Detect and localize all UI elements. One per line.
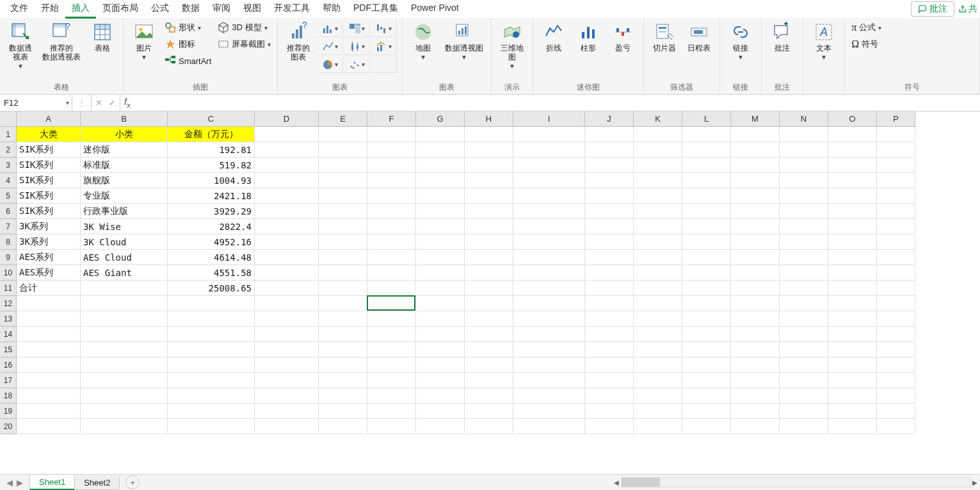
cell-M10[interactable]: [731, 265, 780, 281]
cell-E6[interactable]: [319, 204, 367, 219]
cell-M12[interactable]: [731, 296, 780, 311]
cell-J2[interactable]: [585, 142, 634, 158]
cell-L9[interactable]: [682, 250, 731, 265]
cell-A9[interactable]: AES系列: [17, 250, 81, 265]
cell-G9[interactable]: [416, 250, 465, 265]
cell-H17[interactable]: [465, 373, 513, 388]
cell-H13[interactable]: [465, 311, 513, 327]
sheet-tab-Sheet1[interactable]: Sheet1: [29, 475, 75, 490]
cell-B3[interactable]: 标准版: [81, 158, 168, 173]
cell-D6[interactable]: [255, 204, 319, 219]
cell-G6[interactable]: [416, 204, 465, 219]
cell-N10[interactable]: [780, 265, 828, 281]
cell-E7[interactable]: [319, 219, 367, 234]
cell-F2[interactable]: [367, 142, 416, 158]
cell-J5[interactable]: [585, 188, 634, 204]
cell-B16[interactable]: [81, 357, 168, 373]
cell-N11[interactable]: [780, 281, 828, 296]
cell-L13[interactable]: [682, 311, 731, 327]
cell-A5[interactable]: SIK系列: [17, 188, 81, 204]
cell-C18[interactable]: [168, 388, 255, 404]
cell-H3[interactable]: [465, 158, 513, 173]
cell-M2[interactable]: [731, 142, 780, 158]
cell-A11[interactable]: 合计: [17, 281, 81, 296]
cell-D5[interactable]: [255, 188, 319, 204]
column-header-K[interactable]: K: [634, 111, 682, 127]
cell-E8[interactable]: [319, 234, 367, 250]
cell-P7[interactable]: [877, 219, 915, 234]
cell-I12[interactable]: [513, 296, 585, 311]
cell-B1[interactable]: 小类: [81, 127, 168, 142]
cell-C15[interactable]: [168, 342, 255, 357]
cell-L20[interactable]: [682, 419, 731, 434]
row-header-18[interactable]: 18: [0, 388, 17, 404]
menu-tab-数据[interactable]: 数据: [175, 0, 206, 19]
cell-F19[interactable]: [367, 404, 416, 419]
pivot-table-button[interactable]: 数据透 视表 ▾: [5, 20, 36, 72]
cell-C10[interactable]: 4551.58: [168, 265, 255, 281]
cell-O7[interactable]: [828, 219, 877, 234]
cell-N5[interactable]: [780, 188, 828, 204]
cell-A3[interactable]: SIK系列: [17, 158, 81, 173]
row-header-2[interactable]: 2: [0, 142, 17, 158]
cell-I4[interactable]: [513, 173, 585, 188]
cell-A13[interactable]: [17, 311, 81, 327]
cell-F1[interactable]: [367, 127, 416, 142]
cell-P20[interactable]: [877, 419, 915, 434]
cell-O18[interactable]: [828, 388, 877, 404]
row-header-15[interactable]: 15: [0, 342, 17, 357]
menu-tab-页面布局[interactable]: 页面布局: [96, 0, 145, 19]
cell-D16[interactable]: [255, 357, 319, 373]
cell-A20[interactable]: [17, 419, 81, 434]
sheet-nav-prev[interactable]: ◀: [6, 478, 13, 487]
cell-D3[interactable]: [255, 158, 319, 173]
cell-H6[interactable]: [465, 204, 513, 219]
cell-K5[interactable]: [634, 188, 682, 204]
row-header-14[interactable]: 14: [0, 327, 17, 342]
cell-O12[interactable]: [828, 296, 877, 311]
cell-D7[interactable]: [255, 219, 319, 234]
cell-N20[interactable]: [780, 419, 828, 434]
cell-N8[interactable]: [780, 234, 828, 250]
column-header-M[interactable]: M: [731, 111, 780, 127]
cell-B19[interactable]: [81, 404, 168, 419]
enter-formula-button[interactable]: ✓: [109, 98, 116, 108]
cell-J19[interactable]: [585, 404, 634, 419]
cell-N18[interactable]: [780, 388, 828, 404]
cell-J18[interactable]: [585, 388, 634, 404]
cell-A10[interactable]: AES系列: [17, 265, 81, 281]
cell-M6[interactable]: [731, 204, 780, 219]
cell-D12[interactable]: [255, 296, 319, 311]
cell-O17[interactable]: [828, 373, 877, 388]
column-header-I[interactable]: I: [513, 111, 585, 127]
cell-M1[interactable]: [731, 127, 780, 142]
cell-I17[interactable]: [513, 373, 585, 388]
cell-P16[interactable]: [877, 357, 915, 373]
row-header-13[interactable]: 13: [0, 311, 17, 327]
3d-map-button[interactable]: 三维地 图 ▾: [497, 20, 527, 72]
cell-G2[interactable]: [416, 142, 465, 158]
cell-E17[interactable]: [319, 373, 367, 388]
cell-L12[interactable]: [682, 296, 731, 311]
cell-E10[interactable]: [319, 265, 367, 281]
cell-N13[interactable]: [780, 311, 828, 327]
scroll-left-icon[interactable]: ◀: [611, 478, 622, 487]
cell-O16[interactable]: [828, 357, 877, 373]
cell-J20[interactable]: [585, 419, 634, 434]
cell-E14[interactable]: [319, 327, 367, 342]
cell-J8[interactable]: [585, 234, 634, 250]
cell-L1[interactable]: [682, 127, 731, 142]
cell-G18[interactable]: [416, 388, 465, 404]
cell-B18[interactable]: [81, 388, 168, 404]
cell-F17[interactable]: [367, 373, 416, 388]
cell-N3[interactable]: [780, 158, 828, 173]
cell-H18[interactable]: [465, 388, 513, 404]
cell-C1[interactable]: 金额（万元）: [168, 127, 255, 142]
row-header-8[interactable]: 8: [0, 234, 17, 250]
row-header-3[interactable]: 3: [0, 158, 17, 173]
chart-hierarchy-button[interactable]: ▾: [344, 20, 370, 37]
cell-I20[interactable]: [513, 419, 585, 434]
cell-M16[interactable]: [731, 357, 780, 373]
cell-C5[interactable]: 2421.18: [168, 188, 255, 204]
cell-C9[interactable]: 4614.48: [168, 250, 255, 265]
